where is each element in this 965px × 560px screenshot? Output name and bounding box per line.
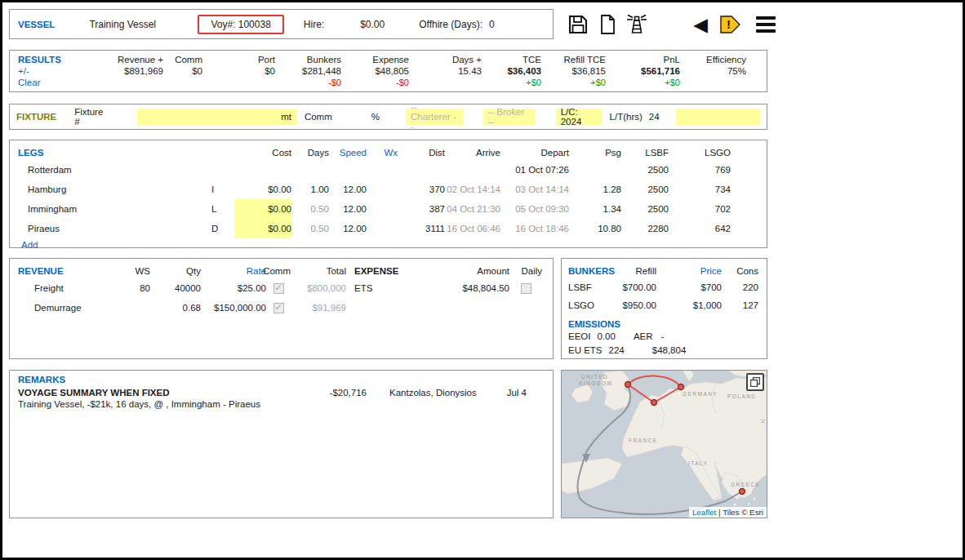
results-efficiency-value: 75% [680, 65, 746, 77]
revenue-row-label: Demurrage [18, 298, 116, 318]
fixture-percent-label: % [371, 112, 380, 122]
leg-speed[interactable] [329, 160, 367, 180]
leg-speed[interactable]: 12.00 [329, 199, 367, 219]
expense-row-label: ETS [346, 278, 391, 298]
remark-summary-text: Training Vessel, -$21k, 16 days, @ , Imm… [18, 399, 553, 409]
alert-icon[interactable]: ! [718, 12, 742, 37]
leg-wx [367, 160, 398, 180]
bunkers-header-price[interactable]: Price [656, 264, 722, 278]
broker-select[interactable]: -- Broker -- [483, 109, 535, 125]
leg-depart[interactable]: 01 Oct 07:26 [500, 160, 569, 180]
results-refill-tce-label: Refill TCE [541, 54, 606, 65]
map-marker-hamburg[interactable] [678, 384, 684, 390]
leg-port-name[interactable]: Piraeus [18, 219, 202, 238]
revenue-ws-value[interactable]: 80 [116, 278, 150, 298]
leg-type[interactable]: L [202, 199, 234, 219]
leg-lsgo: 734 [669, 180, 731, 199]
copy-icon[interactable] [595, 12, 620, 37]
bunker-fuel-label: LSGO [568, 296, 609, 314]
voyage-number-label: Voy#: [211, 19, 235, 30]
results-clear-link[interactable]: Clear [18, 77, 75, 88]
leg-cost[interactable] [234, 160, 291, 180]
revenue-row-label: Freight [18, 278, 116, 298]
charterer-placeholder: -- Charterer -- [411, 102, 459, 131]
back-icon[interactable]: ◀ [688, 12, 713, 37]
leg-type[interactable]: D [202, 219, 234, 238]
results-tce-label: TCE [482, 54, 541, 65]
map-marker-immingham[interactable] [625, 382, 631, 388]
save-icon[interactable] [566, 12, 590, 37]
results-col-port: Port $0 [202, 54, 275, 91]
charterer-select[interactable]: -- Charterer -- [406, 109, 464, 125]
demurrage-comm-checkbox[interactable] [273, 303, 284, 313]
revenue-header-rate[interactable]: Rate [201, 264, 266, 278]
freight-comm-checkbox[interactable] [273, 283, 284, 294]
revenue-qty-value[interactable]: 0.68 [150, 298, 201, 318]
revenue-qty-value[interactable]: 40000 [150, 278, 201, 298]
vessel-label: VESSEL [18, 20, 55, 29]
results-col-days: Days + 15.43 [409, 54, 482, 91]
results-revenue-value: $891,969 [75, 65, 163, 77]
revenue-rate-value[interactable]: $25.00 [201, 278, 266, 298]
leaflet-link[interactable]: Leaflet [692, 508, 716, 517]
leg-dist [398, 160, 445, 180]
offhire-days-value[interactable]: 0 [489, 19, 495, 30]
route-map[interactable]: UNITED KINGDOM GERMANY POLAND FRANCE ITA… [561, 370, 767, 518]
map-label-france: FRANCE [629, 438, 658, 443]
leg-psg: 1.28 [569, 180, 621, 199]
laycan-field[interactable]: L/C: 2024 [556, 109, 602, 125]
add-leg-link[interactable]: Add [21, 240, 38, 250]
results-days-label[interactable]: Days + [409, 54, 482, 65]
leg-days[interactable] [291, 160, 329, 180]
bunker-refill-value[interactable]: $950.00 [609, 296, 656, 314]
map-expand-button[interactable] [746, 373, 764, 391]
quantity-input[interactable]: mt [137, 109, 296, 125]
revenue-rate-value[interactable]: $150,000.00 [201, 298, 266, 318]
leg-cost[interactable]: $0.00 [234, 180, 291, 199]
ets-daily-checkbox[interactable] [521, 283, 531, 294]
leg-port-name[interactable]: Immingham [18, 199, 202, 219]
legs-header-wx[interactable]: Wx [367, 145, 398, 160]
leg-speed[interactable]: 12.00 [329, 219, 367, 238]
leg-port-name[interactable]: Rotterdam [18, 160, 202, 180]
offhire-days-label: Offhire (Days): [419, 19, 482, 30]
leg-days[interactable]: 1.00 [291, 180, 329, 199]
voyage-number-box[interactable]: Voy#: 100038 [198, 15, 283, 34]
map-label-u-edge: U [761, 418, 766, 424]
results-comm-label: Comm [163, 54, 202, 65]
revenue-ws-value[interactable] [116, 298, 150, 318]
mt-unit-label: mt [281, 112, 291, 122]
expense-amount-value[interactable]: $48,804.50 [391, 278, 509, 298]
revenue-total-value: $800,000 [291, 278, 346, 298]
fixture-extra-input[interactable] [676, 109, 760, 125]
leg-cost[interactable]: $0.00 [234, 199, 291, 219]
legs-header-speed[interactable]: Speed [329, 145, 367, 160]
vessel-name-field[interactable]: Training Vessel [89, 19, 191, 30]
remarks-panel: REMARKS VOYAGE SUMMARY WHEN FIXED -$20,7… [9, 370, 554, 518]
results-comm-sub [163, 77, 202, 87]
results-plus-minus-toggle[interactable]: +/- [18, 65, 75, 77]
leg-cost[interactable]: $0.00 [234, 219, 291, 238]
bunker-refill-value[interactable]: $700.00 [609, 278, 656, 296]
laycan-value: L/C: 2024 [561, 107, 597, 127]
laytime-hours-value[interactable]: 24 [649, 112, 660, 122]
bunker-price-value[interactable]: $700 [656, 278, 722, 296]
revenue-header-total: Total [291, 264, 346, 278]
map-canvas[interactable]: UNITED KINGDOM GERMANY POLAND FRANCE ITA… [562, 371, 767, 518]
legs-header-psg: Psg [569, 145, 621, 160]
leg-days[interactable]: 0.50 [291, 219, 329, 238]
leg-type[interactable]: I [202, 180, 234, 199]
leg-days[interactable]: 0.50 [291, 199, 329, 219]
map-marker-rotterdam[interactable] [651, 400, 657, 406]
remark-summary-title[interactable]: VOYAGE SUMMARY WHEN FIXED [18, 388, 324, 398]
lighthouse-icon[interactable] [625, 12, 649, 37]
map-marker-piraeus[interactable] [740, 489, 745, 495]
remark-summary-value: -$20,716 [324, 388, 367, 398]
leg-speed[interactable]: 12.00 [329, 180, 367, 199]
menu-icon[interactable] [754, 12, 778, 37]
legs-header-days: Days [291, 145, 329, 160]
bunker-price-value[interactable]: $1,000 [656, 296, 722, 314]
results-revenue-label[interactable]: Revenue + [75, 54, 163, 65]
leg-port-name[interactable]: Hamburg [18, 180, 202, 199]
hire-value[interactable]: $0.00 [360, 19, 385, 30]
